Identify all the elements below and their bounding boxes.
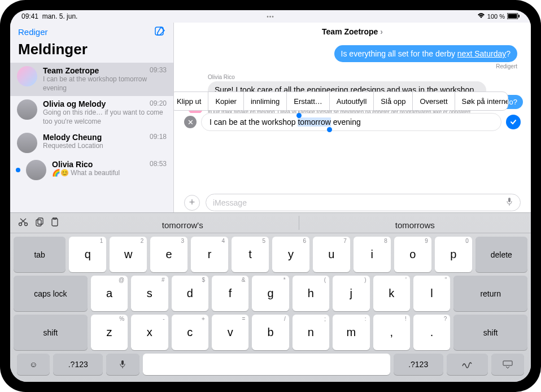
avatar bbox=[17, 66, 37, 86]
key-u[interactable]: 7u bbox=[313, 237, 350, 272]
conversation-name: Olivia og Melody bbox=[43, 99, 106, 108]
key-s[interactable]: #s bbox=[131, 276, 168, 311]
key-g[interactable]: *g bbox=[252, 276, 289, 311]
key-delete[interactable]: delete bbox=[475, 237, 527, 272]
context-menu-item[interactable]: Erstatt… bbox=[287, 92, 330, 110]
main-split: Rediger Meldinger Team Zoetrope09:33I ca… bbox=[10, 23, 531, 212]
svg-rect-9 bbox=[52, 219, 58, 226]
conversation-item[interactable]: Olivia Rico08:53🌈😊 What a beautiful bbox=[10, 156, 173, 184]
cancel-edit-button[interactable]: ✕ bbox=[184, 116, 197, 128]
ipad-frame: 09:41 man. 5. jun. ••• 100 % Rediger Mel… bbox=[0, 0, 541, 392]
key-z[interactable]: %z bbox=[91, 315, 128, 350]
svg-rect-4 bbox=[508, 198, 511, 202]
key-shift-right[interactable]: shift bbox=[453, 315, 527, 350]
conversation-name: Melody Cheung bbox=[43, 133, 102, 142]
key-numbers-left[interactable]: .?123 bbox=[53, 354, 103, 375]
context-menu-item[interactable]: innliming bbox=[244, 92, 287, 110]
key-capslock[interactable]: caps lock bbox=[14, 276, 88, 311]
key-space[interactable] bbox=[143, 354, 390, 375]
avatar bbox=[17, 133, 37, 153]
message-status: Redigert bbox=[334, 63, 517, 69]
context-menu-item[interactable]: Kopier bbox=[208, 92, 244, 110]
key-w[interactable]: 2w bbox=[110, 237, 147, 272]
compose-row: + iMessage bbox=[184, 194, 521, 211]
chat-title[interactable]: Team Zoetrope › bbox=[174, 23, 531, 41]
key-t[interactable]: 5t bbox=[232, 237, 269, 272]
key-p[interactable]: 0p bbox=[435, 237, 472, 272]
conversation-item[interactable]: Olivia og Melody09:20Going on this ride…… bbox=[10, 96, 173, 129]
key-numbers-right[interactable]: .?123 bbox=[394, 354, 443, 375]
key-r[interactable]: 4r bbox=[191, 237, 228, 272]
battery-icon bbox=[507, 13, 520, 20]
key-shift-left[interactable]: shift bbox=[14, 315, 88, 350]
svg-rect-12 bbox=[503, 361, 512, 365]
suggestion-1[interactable]: tomorrow's bbox=[67, 216, 299, 230]
context-menu-item[interactable]: Oversett bbox=[413, 92, 455, 110]
edit-text-field[interactable]: I can be at the workshop tomorrow evenin… bbox=[201, 113, 501, 131]
key-tab[interactable]: tab bbox=[14, 237, 66, 272]
key-v[interactable]: =v bbox=[212, 315, 248, 350]
confirm-edit-button[interactable] bbox=[506, 115, 521, 129]
compose-field[interactable]: iMessage bbox=[206, 194, 521, 211]
edit-button[interactable]: Rediger bbox=[18, 27, 48, 37]
key-dictate[interactable] bbox=[106, 354, 139, 375]
sidebar: Rediger Meldinger Team Zoetrope09:33I ca… bbox=[10, 23, 174, 212]
key-return[interactable]: return bbox=[453, 276, 527, 311]
outgoing-message[interactable]: Is everything all set for the derby next… bbox=[334, 45, 517, 69]
key-b[interactable]: /b bbox=[252, 315, 289, 350]
conversation-item[interactable]: Team Zoetrope09:33I can be at the worksh… bbox=[10, 63, 173, 96]
status-right: 100 % bbox=[477, 13, 520, 20]
unread-dot bbox=[16, 168, 20, 172]
conversation-name: Team Zoetrope bbox=[43, 66, 99, 75]
context-menu-item[interactable]: Autoutfyll bbox=[330, 92, 374, 110]
key-d[interactable]: $d bbox=[172, 276, 208, 311]
text-context-menu: Klipp utKopierinnlimingErstatt…Autoutfyl… bbox=[174, 92, 508, 111]
key-,[interactable]: !, bbox=[373, 315, 410, 350]
key-h[interactable]: (h bbox=[293, 276, 329, 311]
key-emoji[interactable]: ☺ bbox=[17, 354, 50, 375]
context-menu-item[interactable]: Slå opp bbox=[374, 92, 413, 110]
paste-icon[interactable] bbox=[51, 217, 59, 229]
add-attachment-button[interactable]: + bbox=[184, 195, 200, 211]
copy-icon[interactable] bbox=[35, 217, 44, 229]
conversation-item[interactable]: Melody Cheung09:18Requested Location bbox=[10, 129, 173, 156]
cut-icon[interactable] bbox=[18, 217, 28, 229]
svg-point-6 bbox=[25, 223, 28, 225]
conversation-time: 09:33 bbox=[150, 66, 167, 75]
conversation-time: 09:20 bbox=[150, 99, 167, 108]
key-o[interactable]: 9o bbox=[394, 237, 431, 272]
conversation-preview: 🌈😊 What a beautiful bbox=[52, 169, 167, 178]
keyboard: tomorrow's tomorrows tab 1q2w3e4r5t6y7u8… bbox=[10, 212, 531, 382]
context-menu-item[interactable]: Klipp ut bbox=[174, 92, 208, 110]
conversation-name: Olivia Rico bbox=[52, 160, 93, 169]
chat-pane: Team Zoetrope › Is everything all set fo… bbox=[174, 23, 531, 212]
key-j[interactable]: )j bbox=[333, 276, 369, 311]
key-l[interactable]: "l bbox=[413, 276, 450, 311]
key-f[interactable]: &f bbox=[212, 276, 248, 311]
conversation-time: 08:53 bbox=[150, 160, 167, 169]
key-handwriting[interactable] bbox=[447, 354, 488, 375]
key-q[interactable]: 1q bbox=[69, 237, 106, 272]
conversation-list: Team Zoetrope09:33I can be at the worksh… bbox=[10, 63, 173, 212]
compose-icon[interactable] bbox=[154, 26, 165, 37]
conversation-preview: I can be at the workshop tomorrow evenin… bbox=[43, 75, 167, 93]
key-i[interactable]: 8i bbox=[354, 237, 391, 272]
sidebar-title: Meldinger bbox=[10, 40, 173, 63]
key-m[interactable]: :m bbox=[333, 315, 369, 350]
svg-rect-1 bbox=[508, 14, 517, 18]
key-n[interactable]: ;n bbox=[293, 315, 329, 350]
key-c[interactable]: +c bbox=[172, 315, 208, 350]
key-y[interactable]: 6y bbox=[272, 237, 309, 272]
key-.[interactable]: ?. bbox=[413, 315, 450, 350]
multitask-dots[interactable]: ••• bbox=[267, 14, 274, 20]
key-x[interactable]: -x bbox=[131, 315, 168, 350]
suggestion-2[interactable]: tomorrows bbox=[299, 216, 531, 230]
context-menu-item[interactable]: Søk på internett bbox=[455, 92, 508, 110]
key-k[interactable]: 'k bbox=[373, 276, 410, 311]
key-hide-keyboard[interactable] bbox=[491, 354, 524, 375]
key-e[interactable]: 3e bbox=[150, 237, 187, 272]
dictate-icon[interactable] bbox=[505, 197, 513, 208]
conversation-preview: Requested Location bbox=[43, 142, 167, 151]
svg-rect-7 bbox=[36, 220, 41, 226]
key-a[interactable]: @a bbox=[91, 276, 128, 311]
